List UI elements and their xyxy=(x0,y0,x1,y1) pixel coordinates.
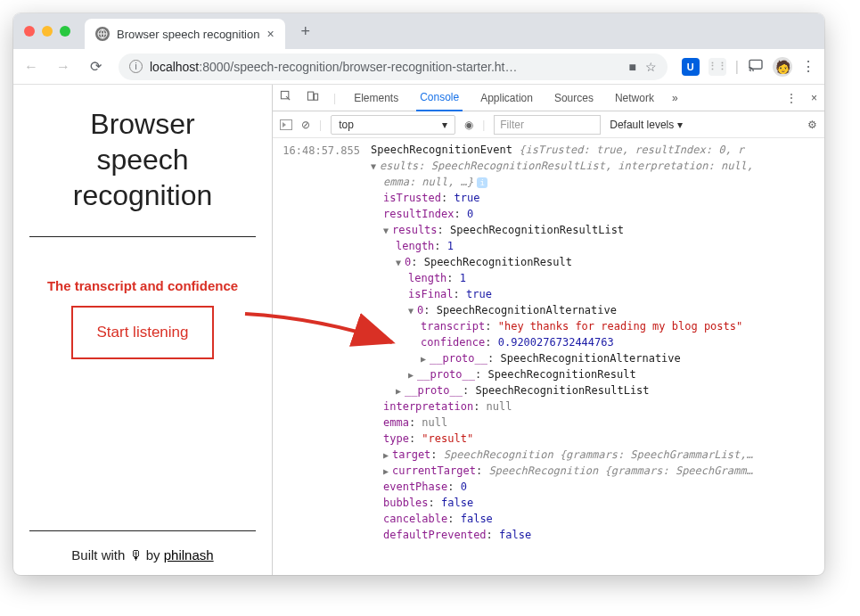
console-output[interactable]: 16:48:57.855 SpeechRecognitionEvent {isT… xyxy=(273,138,824,575)
extension-shield-icon[interactable]: U xyxy=(682,58,700,76)
eye-icon[interactable]: ◉ xyxy=(464,119,473,131)
microphone-icon: 🎙 xyxy=(129,547,143,563)
settings-gear-icon[interactable]: ⚙ xyxy=(807,119,817,131)
svg-rect-4 xyxy=(314,94,317,100)
tab-sources[interactable]: Sources xyxy=(551,85,597,111)
info-icon: i xyxy=(129,60,143,73)
menu-icon[interactable]: ⋮ xyxy=(801,58,815,75)
devtools-tabs: | Elements Console Application Sources N… xyxy=(273,85,824,111)
forward-button[interactable]: → xyxy=(54,59,72,75)
address-bar[interactable]: i localhost:8000/speech-recognition/brow… xyxy=(119,53,668,80)
tab-title: Browser speech recognition xyxy=(117,28,259,41)
annotation-label: The transcript and confidence xyxy=(29,278,256,293)
content-area: Browser speech recognition The transcrip… xyxy=(13,85,824,575)
webpage: Browser speech recognition The transcrip… xyxy=(13,85,272,575)
log-object-tree: SpeechRecognitionEvent {isTrusted: true,… xyxy=(371,142,817,543)
browser-tab[interactable]: Browser speech recognition × xyxy=(85,19,285,49)
tab-console[interactable]: Console xyxy=(416,85,463,111)
context-selector[interactable]: top▾ xyxy=(331,115,455,135)
device-toggle-icon[interactable] xyxy=(307,90,319,105)
reload-button[interactable]: ⟳ xyxy=(86,58,104,75)
url-port: :8000 xyxy=(199,60,230,74)
profile-avatar[interactable]: 🧑 xyxy=(773,57,792,77)
camera-icon[interactable]: ■ xyxy=(628,60,635,74)
start-listening-button[interactable]: Start listening xyxy=(71,306,214,359)
more-tabs-icon[interactable]: » xyxy=(672,92,678,104)
chevron-down-icon: ▾ xyxy=(677,119,683,131)
log-timestamp: 16:48:57.855 xyxy=(280,142,360,159)
console-toolbar: ⊘ | top▾ ◉ | Filter Default levels ▾ ⚙ xyxy=(273,111,824,138)
log-levels-selector[interactable]: Default levels ▾ xyxy=(610,119,683,131)
extension-icons: U ⋮⋮ | 🧑 ⋮ xyxy=(682,57,815,77)
author-link[interactable]: philnash xyxy=(164,547,214,563)
window-controls xyxy=(24,26,70,37)
bookmark-star-icon[interactable]: ☆ xyxy=(645,60,657,74)
minimize-window-icon[interactable] xyxy=(42,26,53,37)
info-badge-icon: i xyxy=(477,177,487,188)
tab-close-icon[interactable]: × xyxy=(266,27,274,41)
tab-application[interactable]: Application xyxy=(477,85,536,111)
svg-rect-3 xyxy=(307,92,313,100)
new-tab-button[interactable]: + xyxy=(294,22,318,41)
divider xyxy=(29,236,256,237)
devtools-menu-icon[interactable]: ⋮ xyxy=(786,92,797,104)
devtools-close-icon[interactable]: × xyxy=(811,92,817,104)
browser-toolbar: ← → ⟳ i localhost:8000/speech-recognitio… xyxy=(13,49,824,85)
maximize-window-icon[interactable] xyxy=(60,26,70,37)
chevron-down-icon: ▾ xyxy=(442,119,447,131)
devtools-panel: | Elements Console Application Sources N… xyxy=(272,85,824,575)
console-sidebar-icon[interactable] xyxy=(280,119,292,130)
url-path: /speech-recognition/browser-recognition-… xyxy=(230,60,517,74)
browser-window: Browser speech recognition × + ← → ⟳ i l… xyxy=(13,13,824,575)
tab-strip: Browser speech recognition × + xyxy=(13,13,824,49)
tab-network[interactable]: Network xyxy=(611,85,658,111)
tab-elements[interactable]: Elements xyxy=(350,85,402,111)
page-title: Browser speech recognition xyxy=(29,106,256,213)
page-footer: Built with 🎙 by philnash xyxy=(29,530,256,563)
globe-icon xyxy=(95,27,110,41)
extension-icon[interactable]: ⋮⋮ xyxy=(708,58,726,76)
close-window-icon[interactable] xyxy=(24,26,35,37)
cast-icon[interactable] xyxy=(748,59,764,75)
clear-console-icon[interactable]: ⊘ xyxy=(301,119,310,131)
inspect-icon[interactable] xyxy=(280,90,292,105)
url-host: localhost xyxy=(150,60,199,74)
filter-input[interactable]: Filter xyxy=(494,115,601,135)
back-button[interactable]: ← xyxy=(22,59,40,75)
